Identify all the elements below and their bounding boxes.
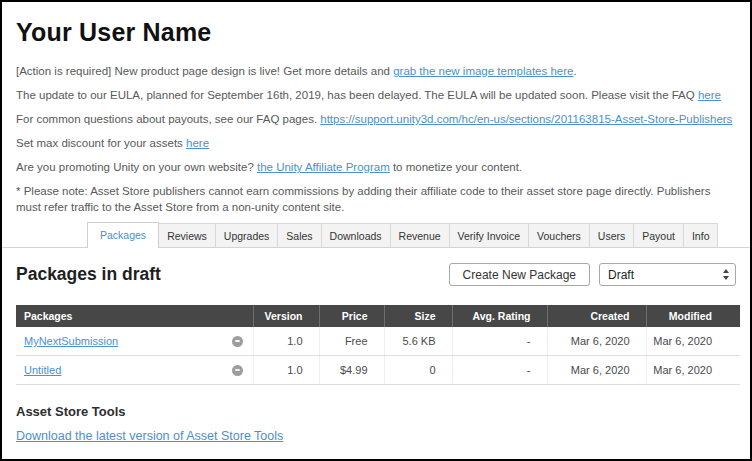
download-asset-store-tools-link[interactable]: Download the latest version of Asset Sto… [16,429,283,443]
package-status-select[interactable]: Draft [599,263,736,286]
size-cell: 0 [384,356,452,385]
column-header-size: Size [384,305,452,327]
asset-store-tools-heading: Asset Store Tools [16,404,736,419]
notice-link[interactable]: https://support.unity3d.com/hc/en-us/sec… [320,113,732,125]
version-cell: 1.0 [253,327,319,356]
notice-paragraph: The update to our EULA, planned for Sept… [16,87,736,103]
notice-link[interactable]: here [698,89,721,101]
notice-text: to monetize your content. [390,161,522,173]
packages-table: PackagesVersionPriceSizeAvg. RatingCreat… [16,305,740,385]
modified-cell: Mar 6, 2020 [646,327,740,356]
notice-link[interactable]: the Unity Affiliate Program [257,161,390,173]
avg-rating-cell: - [452,356,547,385]
column-header-avg-rating: Avg. Rating [452,305,547,327]
notices-list: [Action is required] New product page de… [16,63,736,215]
notice-text: The update to our EULA, planned for Sept… [16,89,698,101]
package-name-cell: Untitled [16,356,253,385]
tab-upgrades[interactable]: Upgrades [215,223,279,247]
publisher-portal-page: { "header": { "title": "Your User Name" … [0,0,752,461]
tab-sales[interactable]: Sales [277,223,321,247]
tab-reviews[interactable]: Reviews [158,223,216,247]
notice-paragraph: For common questions about payouts, see … [16,111,736,127]
notice-text: * Please note: Asset Store publishers ca… [16,185,710,213]
draft-status-minus-circle-icon [232,365,243,376]
tab-bar: PackagesReviewsUpgradesSalesDownloadsRev… [2,223,750,248]
created-cell: Mar 6, 2020 [547,327,646,356]
table-row: Untitled1.0$4.990-Mar 6, 2020Mar 6, 2020 [16,356,740,385]
column-header-created: Created [547,305,646,327]
tab-users[interactable]: Users [589,223,634,247]
column-header-packages: Packages [16,305,253,327]
price-cell: Free [319,327,384,356]
column-header-modified: Modified [646,305,740,327]
avg-rating-cell: - [452,327,547,356]
notice-paragraph: * Please note: Asset Store publishers ca… [16,183,736,215]
notice-text: Are you promoting Unity on your own webs… [16,161,257,173]
notice-paragraph: Set max discount for your assets here [16,135,736,151]
draft-status-minus-circle-icon [232,336,243,347]
notice-paragraph: Are you promoting Unity on your own webs… [16,159,736,175]
tab-info[interactable]: Info [683,223,719,247]
notice-text: [Action is required] New product page de… [16,65,393,77]
tab-verify-invoice[interactable]: Verify Invoice [449,223,529,247]
notice-text: . [573,65,576,77]
tab-payout[interactable]: Payout [633,223,684,247]
modified-cell: Mar 6, 2020 [646,356,740,385]
size-cell: 5.6 KB [384,327,452,356]
table-row: MyNextSubmission1.0Free5.6 KB-Mar 6, 202… [16,327,740,356]
column-header-version: Version [253,305,319,327]
create-new-package-button[interactable]: Create New Package [449,263,590,286]
select-selected-value: Draft [608,268,634,282]
notice-text: For common questions about payouts, see … [16,113,320,125]
packages-in-draft-heading: Packages in draft [16,264,161,285]
package-name-link[interactable]: MyNextSubmission [24,335,118,347]
price-cell: $4.99 [319,356,384,385]
packages-section-header: Packages in draft Create New Package Dra… [16,263,736,286]
created-cell: Mar 6, 2020 [547,356,646,385]
page-title: Your User Name [16,18,736,46]
tab-packages[interactable]: Packages [87,222,159,248]
notice-link[interactable]: grab the new image templates here [393,65,573,77]
column-header-price: Price [319,305,384,327]
package-name-cell: MyNextSubmission [16,327,253,356]
tab-revenue[interactable]: Revenue [390,223,450,247]
notice-paragraph: [Action is required] New product page de… [16,63,736,79]
select-stepper-icon [723,269,729,280]
table-header-row: PackagesVersionPriceSizeAvg. RatingCreat… [16,305,740,327]
tab-downloads[interactable]: Downloads [321,223,391,247]
package-name-link[interactable]: Untitled [24,364,61,376]
notice-text: Set max discount for your assets [16,137,186,149]
tab-vouchers[interactable]: Vouchers [528,223,590,247]
version-cell: 1.0 [253,356,319,385]
notice-link[interactable]: here [186,137,209,149]
package-controls: Create New Package Draft [449,263,736,286]
